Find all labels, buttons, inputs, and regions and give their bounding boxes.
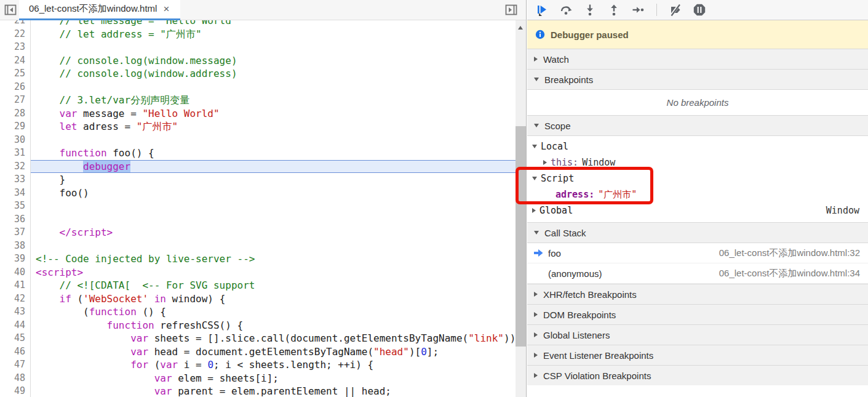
code-line: 29 let adress = "广州市" — [0, 120, 516, 134]
pane-dom-breakpoints[interactable]: DOM Breakpoints — [527, 304, 868, 324]
line-number[interactable]: 41 — [0, 279, 31, 292]
collapse-navigator-button[interactable] — [2, 1, 19, 18]
line-number[interactable]: 47 — [0, 358, 31, 372]
deactivate-breakpoints-button[interactable] — [668, 3, 683, 17]
line-number[interactable]: 39 — [0, 252, 31, 266]
pane-csp-violation-breakpoints[interactable]: CSP Violation Breakpoints — [527, 365, 868, 385]
code-text[interactable] — [31, 239, 516, 253]
line-number[interactable]: 31 — [0, 146, 31, 160]
call-stack-frame[interactable]: foo06_let-const不添加window.html:32 — [527, 243, 868, 263]
chevron-expanded-icon[interactable] — [532, 145, 537, 148]
code-text[interactable]: var sheets = [].slice.call(document.getE… — [31, 332, 516, 345]
line-number[interactable]: 23 — [0, 41, 31, 54]
line-number[interactable]: 28 — [0, 107, 31, 121]
tab-close-icon[interactable]: × — [163, 4, 169, 14]
line-number[interactable]: 43 — [0, 305, 31, 319]
code-text[interactable] — [31, 41, 516, 54]
code-text[interactable]: // console.log(window.message) — [31, 54, 516, 68]
step-button[interactable] — [631, 3, 645, 17]
code-text[interactable]: var elem = sheets[i]; — [31, 372, 516, 385]
code-text[interactable] — [31, 81, 516, 94]
line-number[interactable]: 33 — [0, 173, 31, 186]
pause-on-exceptions-button[interactable] — [692, 3, 707, 17]
pane-call-stack[interactable]: Call Stack — [527, 222, 868, 243]
code-text[interactable]: // <![CDATA[ <-- For SVG support — [31, 279, 516, 292]
pane-xhr-fetch-breakpoints[interactable]: XHR/fetch Breakpoints — [527, 284, 868, 304]
code-text[interactable]: var message = "Hello World" — [31, 107, 516, 121]
code-text[interactable]: function foo() { — [31, 146, 516, 160]
code-text[interactable] — [31, 199, 516, 213]
code-text[interactable]: var head = document.getElementsByTagName… — [31, 345, 516, 359]
scope-row-adress: adress: "广州市" — [527, 186, 868, 203]
pane-event-listener-breakpoints[interactable]: Event Listener Breakpoints — [527, 345, 868, 365]
line-number[interactable]: 22 — [0, 28, 31, 41]
code-text[interactable]: var parent = elem.parentElement || head; — [31, 385, 516, 397]
code-text[interactable]: (function () { — [31, 305, 516, 319]
step-out-button[interactable] — [607, 3, 621, 17]
line-number[interactable]: 32 — [0, 160, 31, 174]
scope-row-Global[interactable]: GlobalWindow — [527, 203, 868, 219]
line-number[interactable]: 35 — [0, 199, 31, 213]
chevron-expanded-icon — [534, 231, 539, 235]
scrollbar-thumb[interactable] — [516, 126, 526, 347]
line-number[interactable]: 34 — [0, 186, 31, 200]
code-line: 30 — [0, 134, 516, 147]
resume-button[interactable] — [535, 3, 549, 17]
scope-row-Script[interactable]: Script — [527, 170, 868, 186]
pane-breakpoints[interactable]: Breakpoints — [527, 69, 868, 89]
pane-scope[interactable]: Scope — [527, 115, 868, 135]
line-number[interactable]: 44 — [0, 319, 31, 332]
call-stack-frame[interactable]: (anonymous)06_let-const不添加window.html:34 — [527, 263, 868, 284]
scope-row-Local[interactable]: Local — [527, 138, 868, 154]
code-text[interactable]: function refreshCSS() { — [31, 319, 516, 332]
code-text[interactable]: } — [31, 173, 516, 186]
code-text[interactable]: if ('WebSocket' in window) { — [31, 292, 516, 306]
line-number[interactable]: 40 — [0, 266, 31, 279]
expand-debugger-button[interactable] — [503, 1, 520, 18]
line-number[interactable]: 24 — [0, 54, 31, 68]
line-number[interactable]: 29 — [0, 120, 31, 134]
line-number[interactable]: 27 — [0, 94, 31, 107]
code-viewport[interactable]: 21 // let message = "Hello World"22 // l… — [0, 20, 516, 397]
code-text[interactable] — [31, 213, 516, 227]
chevron-collapsed-icon[interactable] — [532, 208, 536, 213]
code-text[interactable]: // 3.let/var分别声明变量 — [31, 94, 516, 107]
execution-line-code[interactable]: debugger — [31, 160, 516, 174]
line-number[interactable]: 46 — [0, 345, 31, 359]
code-line: 37 </script> — [0, 226, 516, 239]
code-text[interactable]: // let message = "Hello World" — [31, 20, 516, 28]
code-text[interactable]: foo() — [31, 186, 516, 200]
chevron-collapsed-icon[interactable] — [543, 160, 547, 165]
code-line: 35 — [0, 199, 516, 213]
line-number[interactable]: 49 — [0, 385, 31, 397]
line-number[interactable]: 45 — [0, 332, 31, 345]
chevron-expanded-icon[interactable] — [532, 177, 537, 180]
line-number[interactable]: 37 — [0, 226, 31, 239]
scrollbar-up-arrow-icon[interactable] — [518, 26, 523, 30]
pane-call-stack-label: Call Stack — [544, 228, 586, 238]
line-number[interactable]: 30 — [0, 134, 31, 147]
line-number[interactable]: 25 — [0, 67, 31, 81]
line-number[interactable]: 36 — [0, 213, 31, 227]
line-number[interactable]: 26 — [0, 81, 31, 94]
code-text[interactable]: for (var i = 0; i < sheets.length; ++i) … — [31, 358, 516, 372]
pane-global-listeners[interactable]: Global Listeners — [527, 324, 868, 345]
line-number[interactable]: 38 — [0, 239, 31, 253]
step-over-button[interactable] — [559, 3, 573, 17]
editor-scrollbar[interactable] — [516, 20, 526, 397]
code-text[interactable]: <!-- Code injected by live-server --> — [31, 252, 516, 266]
scope-row-this[interactable]: this: Window — [527, 154, 868, 170]
code-text[interactable]: let adress = "广州市" — [31, 120, 516, 134]
step-into-button[interactable] — [583, 3, 597, 17]
deactivate-breakpoints-icon — [669, 3, 682, 17]
code-text[interactable] — [31, 134, 516, 147]
line-number[interactable]: 48 — [0, 372, 31, 385]
line-number[interactable]: 42 — [0, 292, 31, 306]
code-text[interactable]: </script> — [31, 226, 516, 239]
code-text[interactable]: <script> — [31, 266, 516, 279]
code-text[interactable]: // let address = "广州市" — [31, 28, 516, 41]
code-text[interactable]: // console.log(window.address) — [31, 67, 516, 81]
line-number[interactable]: 21 — [0, 20, 31, 28]
pane-watch[interactable]: Watch — [527, 49, 868, 69]
editor-tab[interactable]: 06_let-const不添加window.html × — [19, 0, 180, 20]
